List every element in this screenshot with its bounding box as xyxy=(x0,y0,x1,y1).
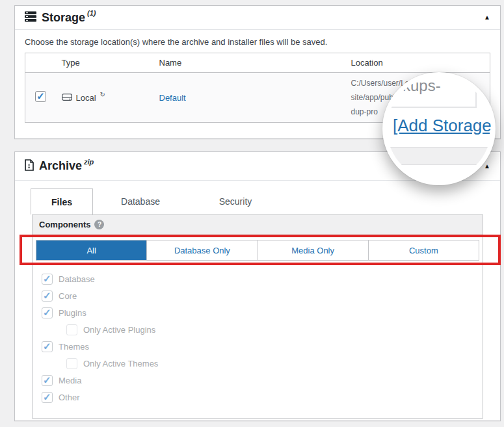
component-row-plugins: Plugins xyxy=(42,305,483,321)
plugins-checkbox[interactable] xyxy=(42,307,53,318)
checkbox-label: Database xyxy=(59,274,95,284)
component-row-database: Database xyxy=(42,271,483,287)
checkbox-label: Themes xyxy=(59,342,89,352)
checkbox-label: Only Active Themes xyxy=(83,359,158,369)
components-checklist: Database Core Plugins Only Active Plugin… xyxy=(33,261,483,406)
storage-col-name: Name xyxy=(154,53,346,73)
component-row-only-active-themes: Only Active Themes xyxy=(66,356,483,372)
storage-description: Choose the storage location(s) where the… xyxy=(15,30,500,53)
storage-type-cell: Local ↻ xyxy=(62,93,149,103)
storage-row-checkbox[interactable] xyxy=(35,91,46,102)
core-checkbox[interactable] xyxy=(42,291,53,302)
media-checkbox[interactable] xyxy=(42,375,53,386)
magnified-divider xyxy=(382,147,496,165)
storage-count-superscript: (1) xyxy=(87,9,96,17)
tab-database[interactable]: Database xyxy=(93,188,188,214)
components-header: Components ? xyxy=(33,215,483,235)
rotation-icon: ↻ xyxy=(100,91,105,98)
magnifier-circle-annotation: ckups- [Add Storage] xyxy=(382,72,496,185)
themes-checkbox[interactable] xyxy=(42,341,53,352)
component-row-media: Media xyxy=(42,372,483,389)
files-tab-content: Components ? All Database Only Media Onl… xyxy=(32,214,483,419)
storage-table-header-row: Type Name Location xyxy=(25,53,490,73)
archive-format-superscript: zip xyxy=(84,158,94,166)
archive-panel-title: Archive xyxy=(39,159,82,173)
server-stack-icon xyxy=(25,11,36,25)
only-active-plugins-checkbox[interactable] xyxy=(66,324,77,335)
storage-collapse-button[interactable]: ▲ xyxy=(484,14,490,21)
component-row-only-active-plugins: Only Active Plugins xyxy=(66,322,483,338)
storage-col-checkbox xyxy=(25,53,57,73)
checkbox-label: Plugins xyxy=(59,308,86,318)
help-icon[interactable]: ? xyxy=(94,220,104,229)
checkbox-label: Core xyxy=(59,291,77,301)
mode-media-only-button[interactable]: Media Only xyxy=(258,240,369,260)
archive-collapse-button[interactable]: ▲ xyxy=(484,163,490,170)
mode-custom-button[interactable]: Custom xyxy=(369,240,479,260)
hard-drive-icon xyxy=(62,93,72,103)
storage-col-type: Type xyxy=(57,53,154,73)
archive-panel: Archive zip ▲ Files Database Security Co… xyxy=(14,151,501,421)
checkbox-label: Other xyxy=(59,393,80,402)
storage-type-label: Local xyxy=(76,93,96,103)
components-label: Components xyxy=(39,220,90,229)
checkbox-label: Media xyxy=(59,376,81,385)
component-mode-group: All Database Only Media Only Custom xyxy=(36,240,479,261)
other-checkbox[interactable] xyxy=(42,392,53,403)
database-checkbox[interactable] xyxy=(42,274,53,285)
mode-all-button[interactable]: All xyxy=(36,240,147,260)
component-row-core: Core xyxy=(42,288,483,304)
mode-database-only-button[interactable]: Database Only xyxy=(147,240,258,260)
storage-name-link[interactable]: Default xyxy=(159,93,186,103)
zip-file-icon xyxy=(25,159,34,174)
archive-tabs: Files Database Security xyxy=(31,188,492,214)
storage-panel-header: Storage (1) ▲ xyxy=(15,6,500,30)
component-row-other: Other xyxy=(42,389,483,406)
tab-files[interactable]: Files xyxy=(31,188,93,214)
storage-panel-title: Storage xyxy=(42,11,85,25)
checkbox-label: Only Active Plugins xyxy=(83,325,155,335)
storage-col-location: Location xyxy=(346,53,490,73)
magnified-add-storage-link[interactable]: [Add Storage] xyxy=(393,116,496,136)
component-row-themes: Themes xyxy=(42,339,483,355)
only-active-themes-checkbox[interactable] xyxy=(66,358,77,369)
tab-security[interactable]: Security xyxy=(188,188,283,214)
